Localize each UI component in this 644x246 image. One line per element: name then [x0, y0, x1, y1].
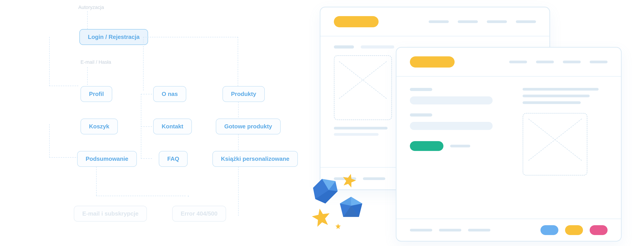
nav-item-placeholder: [487, 20, 507, 23]
node-koszyk: Koszyk: [80, 118, 118, 134]
action-pill: [565, 225, 583, 235]
connector: [96, 196, 186, 196]
svg-marker-4: [341, 172, 357, 188]
nav-item-placeholder: [429, 20, 449, 23]
node-gotowe: Gotowe produkty: [216, 118, 281, 134]
svg-marker-11: [311, 207, 332, 228]
connector: [49, 37, 78, 86]
input-placeholder: [410, 96, 492, 104]
mockup-body: [396, 77, 621, 187]
button-placeholder: [410, 141, 444, 151]
label-placeholder: [410, 88, 432, 91]
mockup-topbar: [396, 48, 621, 77]
node-podsumowanie: Podsumowanie: [77, 151, 137, 167]
connector: [87, 67, 88, 85]
nav-item-placeholder: [590, 60, 608, 63]
mockup-topbar: [320, 8, 550, 36]
mockup-window-front: [396, 47, 622, 242]
wireframe-mockups: [320, 7, 637, 246]
image-placeholder: [522, 113, 588, 176]
node-profil: Profil: [80, 86, 112, 102]
nav-item-placeholder: [458, 20, 478, 23]
nav-item-placeholder: [516, 20, 536, 23]
logo-placeholder: [334, 16, 378, 27]
link-placeholder: [450, 145, 470, 148]
text-placeholder: [522, 94, 590, 97]
connector: [238, 102, 238, 118]
section-label-auth: Autoryzacja: [78, 4, 104, 10]
connector: [143, 37, 238, 90]
node-kontakt: Kontakt: [153, 118, 192, 134]
nav-item-placeholder: [536, 60, 554, 63]
node-onas: O nas: [153, 86, 186, 102]
logo-placeholder: [410, 56, 454, 68]
image-placeholder: [334, 55, 392, 120]
connector: [96, 166, 96, 196]
node-ksiazki: Książki personalizowane: [212, 151, 298, 167]
footer-item-placeholder: [410, 229, 432, 232]
connector: [238, 134, 238, 150]
connector: [141, 126, 152, 127]
node-error: Error 404/500: [172, 206, 226, 222]
connector: [238, 166, 238, 216]
nav-item-placeholder: [509, 60, 527, 63]
nav-item-placeholder: [563, 60, 581, 63]
text-placeholder: [334, 46, 354, 48]
sitemap-diagram: Autoryzacja Login / Rejestracja E-mail /…: [49, 4, 318, 242]
node-produkty: Produkty: [222, 86, 265, 102]
action-pill: [590, 225, 608, 235]
node-email-sub: E-mail i subskrypcje: [74, 206, 147, 222]
footer-item-placeholder: [468, 229, 490, 232]
connector: [87, 11, 88, 29]
connector: [49, 124, 78, 158]
svg-marker-12: [336, 224, 341, 229]
node-login: Login / Rejestracja: [80, 29, 148, 45]
mockup-footer: [396, 218, 621, 241]
gems-decoration-icon: [302, 168, 382, 235]
text-placeholder: [522, 88, 598, 90]
connector: [188, 196, 189, 196]
node-faq: FAQ: [159, 151, 188, 167]
text-placeholder: [522, 101, 581, 104]
input-placeholder: [410, 122, 492, 130]
action-pill: [540, 225, 558, 235]
footer-item-placeholder: [439, 229, 461, 232]
section-label-email: E-mail / Hasła: [80, 59, 111, 65]
label-placeholder: [410, 114, 432, 116]
text-placeholder: [361, 46, 394, 48]
